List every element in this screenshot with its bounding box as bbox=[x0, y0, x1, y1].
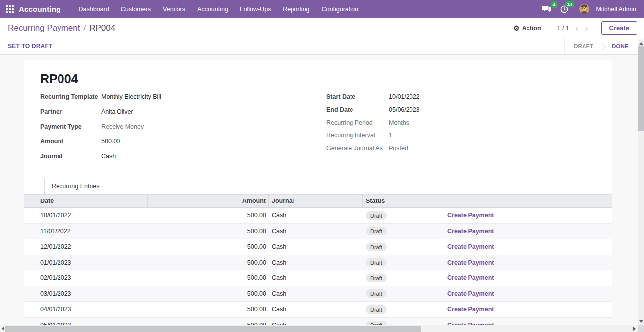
create-payment-link[interactable]: Create Payment bbox=[447, 274, 494, 281]
breadcrumb-parent-link[interactable]: Recurring Payment bbox=[8, 23, 80, 33]
nav-item-accounting[interactable]: Accounting bbox=[192, 3, 233, 16]
entry-action-cell: Create Payment bbox=[442, 290, 612, 297]
scroll-up-icon[interactable] bbox=[639, 42, 643, 45]
table-row[interactable]: 10/01/2022 500.00 Cash Draft Create Paym… bbox=[24, 208, 612, 224]
status-badge: Draft bbox=[366, 243, 387, 251]
field-label: Start Date bbox=[326, 93, 389, 100]
table-row[interactable]: 03/01/2023 500.00 Cash Draft Create Paym… bbox=[24, 286, 612, 302]
field-value[interactable]: Monthly Electricity Bill bbox=[101, 93, 161, 100]
scroll-right-icon[interactable] bbox=[633, 327, 636, 331]
field-value[interactable]: Posted bbox=[389, 145, 408, 152]
form-field: Partner Anita Oliver bbox=[40, 108, 326, 115]
field-value[interactable]: Receive Money bbox=[101, 123, 144, 130]
form-sheet: RP004 Recurring Template Monthly Electri… bbox=[24, 60, 612, 332]
field-value[interactable]: Cash bbox=[101, 153, 116, 160]
entry-action-cell: Create Payment bbox=[442, 259, 612, 266]
statusbar-states: DRAFT DONE bbox=[564, 38, 638, 54]
create-payment-link[interactable]: Create Payment bbox=[447, 259, 494, 266]
messages-badge: 4 bbox=[551, 1, 557, 8]
messages-button[interactable]: 4 bbox=[539, 3, 554, 15]
entry-date: 11/01/2022 bbox=[24, 228, 148, 235]
status-badge: Draft bbox=[366, 274, 387, 282]
entry-amount: 500.00 bbox=[148, 243, 269, 250]
table-row[interactable]: 04/01/2023 500.00 Cash Draft Create Paym… bbox=[24, 302, 612, 318]
field-value[interactable]: 500.00 bbox=[101, 138, 120, 145]
top-navbar: Accounting DashboardCustomersVendorsAcco… bbox=[0, 0, 644, 18]
set-to-draft-button[interactable]: SET TO DRAFT bbox=[8, 43, 53, 50]
entry-journal: Cash bbox=[269, 290, 363, 297]
form-field: Recurring Interval 1 bbox=[326, 132, 596, 139]
scroll-left-icon[interactable] bbox=[2, 327, 4, 331]
pager-next-icon[interactable]: › bbox=[584, 23, 589, 33]
breadcrumb-current: RP004 bbox=[89, 23, 115, 33]
entry-action-cell: Create Payment bbox=[442, 274, 612, 281]
table-row[interactable]: 12/01/2022 500.00 Cash Draft Create Paym… bbox=[24, 239, 612, 255]
create-payment-link[interactable]: Create Payment bbox=[447, 290, 494, 297]
entry-status: Draft bbox=[363, 259, 442, 266]
table-row[interactable]: 11/01/2022 500.00 Cash Draft Create Paym… bbox=[24, 224, 612, 240]
create-button[interactable]: Create bbox=[601, 21, 637, 35]
state-draft[interactable]: DRAFT bbox=[565, 38, 602, 54]
statusbar: SET TO DRAFT DRAFT DONE bbox=[0, 38, 638, 55]
status-badge: Draft bbox=[366, 227, 387, 235]
column-header-journal[interactable]: Journal bbox=[269, 195, 363, 207]
field-value[interactable]: 1 bbox=[389, 132, 392, 139]
create-payment-link[interactable]: Create Payment bbox=[447, 228, 494, 235]
entry-date: 03/01/2023 bbox=[24, 290, 148, 297]
field-value[interactable]: Months bbox=[389, 119, 409, 126]
pager-value: 1 / 1 bbox=[557, 25, 569, 32]
nav-item-vendors[interactable]: Vendors bbox=[158, 3, 190, 16]
vertical-scroll-thumb[interactable] bbox=[638, 46, 644, 131]
user-menu[interactable]: Mitchell Admin bbox=[596, 6, 636, 13]
nav-item-reporting[interactable]: Reporting bbox=[278, 3, 314, 16]
scrollbar-corner bbox=[638, 325, 644, 332]
entry-amount: 500.00 bbox=[148, 306, 269, 313]
nav-item-dashboard[interactable]: Dashboard bbox=[74, 3, 114, 16]
entry-status: Draft bbox=[363, 228, 442, 235]
entry-amount: 500.00 bbox=[148, 259, 269, 266]
field-grid: Recurring Template Monthly Electricity B… bbox=[40, 93, 596, 168]
record-title: RP004 bbox=[40, 72, 596, 86]
entry-action-cell: Create Payment bbox=[442, 306, 612, 313]
scroll-down-icon[interactable] bbox=[639, 320, 643, 323]
column-header-status[interactable]: Status bbox=[363, 195, 442, 207]
vertical-scrollbar[interactable] bbox=[638, 40, 644, 325]
activities-button[interactable]: 14 bbox=[557, 3, 571, 15]
entry-date: 12/01/2022 bbox=[24, 243, 148, 250]
table-row[interactable]: 01/01/2023 500.00 Cash Draft Create Paym… bbox=[24, 255, 612, 271]
nav-item-follow-ups[interactable]: Follow-Ups bbox=[235, 3, 276, 16]
user-avatar[interactable] bbox=[579, 4, 589, 14]
entry-status: Draft bbox=[363, 274, 442, 281]
pager-previous-icon[interactable]: ‹ bbox=[574, 23, 579, 33]
apps-menu-icon[interactable] bbox=[6, 5, 14, 13]
entry-journal: Cash bbox=[269, 212, 363, 219]
field-label: Recurring Interval bbox=[326, 132, 389, 139]
create-payment-link[interactable]: Create Payment bbox=[447, 306, 494, 313]
field-value[interactable]: Anita Oliver bbox=[101, 108, 133, 115]
field-value[interactable]: 05/06/2023 bbox=[389, 106, 420, 113]
column-header-date[interactable]: Date bbox=[24, 195, 148, 207]
entry-status: Draft bbox=[363, 212, 442, 219]
nav-item-configuration[interactable]: Configuration bbox=[317, 3, 363, 16]
create-payment-link[interactable]: Create Payment bbox=[447, 212, 494, 219]
table-row[interactable]: 02/01/2023 500.00 Cash Draft Create Paym… bbox=[24, 270, 612, 286]
column-header-amount[interactable]: Amount bbox=[148, 195, 269, 207]
create-payment-link[interactable]: Create Payment bbox=[447, 243, 494, 250]
form-field: Amount 500.00 bbox=[40, 138, 326, 145]
form-field: Payment Type Receive Money bbox=[40, 123, 326, 130]
tab-recurring-entries[interactable]: Recurring Entries bbox=[44, 179, 107, 194]
breadcrumb: Recurring Payment / RP004 bbox=[8, 23, 115, 33]
entry-action-cell: Create Payment bbox=[442, 212, 612, 219]
entry-amount: 500.00 bbox=[148, 274, 269, 281]
horizontal-scrollbar[interactable] bbox=[0, 325, 638, 332]
state-done[interactable]: DONE bbox=[603, 38, 638, 54]
entry-journal: Cash bbox=[269, 306, 363, 313]
entry-amount: 500.00 bbox=[148, 212, 269, 219]
navbar-right: 4 14 Mitchell Admin bbox=[539, 3, 638, 15]
action-menu-button[interactable]: ⚙ Action bbox=[513, 25, 541, 32]
field-value[interactable]: 10/01/2022 bbox=[389, 93, 420, 100]
app-name[interactable]: Accounting bbox=[19, 5, 61, 13]
nav-item-customers[interactable]: Customers bbox=[116, 3, 156, 16]
horizontal-scroll-thumb[interactable] bbox=[5, 326, 421, 332]
field-label: Amount bbox=[40, 138, 101, 145]
